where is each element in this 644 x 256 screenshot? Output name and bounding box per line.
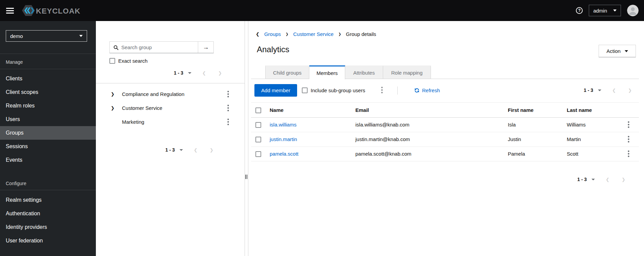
chevron-down-icon	[591, 179, 595, 180]
kebab-menu-icon[interactable]	[381, 86, 383, 95]
realm-selector[interactable]: demo	[6, 30, 87, 42]
member-email: pamela.scott@knab.com	[355, 151, 411, 157]
table-row: pamela.scott pamela.scott@knab.com Pamel…	[251, 147, 639, 161]
pagination-next-button[interactable]: ❯	[210, 148, 213, 152]
column-header-name: Name	[270, 107, 284, 113]
nav-toggle-button[interactable]	[6, 8, 14, 14]
row-checkbox[interactable]	[255, 122, 261, 128]
tab-attributes[interactable]: Attributes	[345, 65, 383, 79]
pagination-next-button[interactable]: ❯	[218, 71, 222, 75]
column-header-last-name: Last name	[567, 107, 592, 113]
user-menu-dropdown[interactable]: admin	[589, 5, 621, 16]
divider	[397, 86, 398, 95]
add-member-button[interactable]: Add member	[254, 84, 297, 97]
action-label: Action	[606, 48, 621, 54]
help-icon[interactable]: ?	[576, 7, 583, 14]
kebab-menu-icon[interactable]	[225, 104, 231, 113]
group-name[interactable]: Customer Service	[122, 105, 162, 111]
kebab-menu-icon[interactable]	[628, 135, 629, 144]
user-name: admin	[593, 8, 607, 14]
divider	[96, 83, 245, 83]
search-submit-button[interactable]: →	[198, 42, 213, 53]
tab-members[interactable]: Members	[309, 65, 345, 79]
sidebar-item-user-federation[interactable]: User federation	[0, 234, 96, 248]
chevron-down-icon	[625, 50, 628, 52]
masthead: KEYCLOAK ? admin	[0, 0, 644, 21]
chevron-right-icon: ❯	[286, 32, 288, 36]
sidebar-item-users[interactable]: Users	[0, 113, 96, 126]
members-pagination-bottom: 1 - 3 ❮ ❯	[577, 175, 625, 184]
pagination-prev-button[interactable]: ❮	[194, 148, 198, 152]
pagination-next-button[interactable]: ❯	[622, 177, 625, 182]
breadcrumb-back-icon[interactable]: ❮	[256, 32, 259, 37]
sidebar-item-identity-providers[interactable]: Identity providers	[0, 220, 96, 234]
kebab-menu-icon[interactable]	[628, 150, 629, 159]
pagination-next-button[interactable]: ❯	[628, 88, 632, 93]
pagination-range: 1 - 3	[174, 70, 183, 76]
action-dropdown-button[interactable]: Action	[599, 45, 636, 57]
sidebar-item-sessions[interactable]: Sessions	[0, 140, 96, 153]
tree-item-marketing[interactable]: Marketing	[96, 116, 245, 130]
refresh-icon	[414, 88, 419, 93]
sidebar-item-client-scopes[interactable]: Client scopes	[0, 85, 96, 99]
pagination-range: 1 - 3	[584, 87, 593, 93]
select-all-checkbox[interactable]	[255, 107, 261, 113]
chevron-down-icon	[79, 35, 83, 37]
avatar[interactable]	[627, 5, 639, 16]
search-icon	[113, 45, 119, 50]
search-group-input[interactable]	[110, 42, 198, 53]
sidebar-item-realm-settings[interactable]: Realm settings	[0, 193, 96, 207]
expand-chevron-icon[interactable]: ❯	[111, 92, 115, 97]
pagination-prev-button[interactable]: ❮	[606, 177, 609, 182]
tree-item-customer-service[interactable]: ❯ Customer Service	[96, 102, 245, 116]
sidebar-item-events[interactable]: Events	[0, 153, 96, 167]
kebab-menu-icon[interactable]	[225, 118, 231, 126]
group-name[interactable]: Compliance and Regulation	[122, 91, 184, 97]
refresh-button[interactable]: Refresh	[414, 84, 440, 97]
breadcrumb-groups-link[interactable]: Groups	[264, 31, 281, 37]
member-username-link[interactable]: isla.williams	[270, 122, 296, 127]
divider	[0, 190, 96, 190]
exact-search-checkbox[interactable]	[109, 58, 115, 64]
pagination-range-toggle[interactable]: 1 - 3	[577, 177, 595, 182]
include-subgroups-checkbox[interactable]	[302, 87, 308, 93]
panel-resize-handle[interactable]	[245, 175, 247, 179]
sidebar-item-clients[interactable]: Clients	[0, 72, 96, 85]
refresh-label: Refresh	[422, 87, 440, 93]
brand-name: KEYCLOAK	[36, 7, 80, 16]
members-toolbar: Add member Include sub-group users Refre…	[248, 84, 644, 97]
group-name[interactable]: Marketing	[122, 119, 144, 125]
group-search: →	[109, 41, 214, 53]
pagination-range-toggle[interactable]: 1 - 3	[584, 87, 601, 93]
divider	[0, 54, 96, 54]
tree-pagination-top: 1 - 3 ❮ ❯	[174, 68, 222, 77]
pagination-range: 1 - 3	[577, 177, 587, 182]
chevron-down-icon	[598, 90, 601, 91]
kebab-menu-icon[interactable]	[628, 120, 629, 130]
tab-child-groups[interactable]: Child groups	[265, 65, 309, 79]
group-details-panel: ❮ Groups ❯ Customer Service ❯ Group deta…	[248, 21, 644, 256]
expand-chevron-icon[interactable]: ❯	[111, 105, 115, 111]
pagination-range-toggle[interactable]: 1 - 3	[174, 70, 191, 76]
table-header-row: Name Email First name Last name	[251, 102, 639, 118]
member-last-name: Scott	[567, 151, 578, 157]
kebab-menu-icon[interactable]	[225, 91, 231, 99]
chevron-right-icon: ❯	[338, 32, 341, 36]
sidebar-item-realm-roles[interactable]: Realm roles	[0, 99, 96, 113]
pagination-range: 1 - 3	[165, 147, 175, 153]
tab-role-mapping[interactable]: Role mapping	[383, 65, 431, 79]
breadcrumb-customer-service-link[interactable]: Customer Service	[293, 31, 334, 37]
chevron-down-icon	[613, 9, 617, 12]
pagination-range-toggle[interactable]: 1 - 3	[165, 147, 183, 153]
row-checkbox[interactable]	[255, 137, 261, 142]
chevron-down-icon	[188, 72, 191, 74]
row-checkbox[interactable]	[255, 151, 261, 157]
member-username-link[interactable]: pamela.scott	[270, 151, 298, 157]
pagination-prev-button[interactable]: ❮	[202, 71, 206, 75]
sidebar-item-groups[interactable]: Groups	[0, 126, 96, 140]
member-username-link[interactable]: justin.martin	[270, 136, 297, 142]
divider	[0, 69, 96, 69]
pagination-prev-button[interactable]: ❮	[612, 88, 616, 93]
sidebar-item-authentication[interactable]: Authentication	[0, 207, 96, 220]
tree-item-compliance-and-regulation[interactable]: ❯ Compliance and Regulation	[96, 88, 245, 102]
